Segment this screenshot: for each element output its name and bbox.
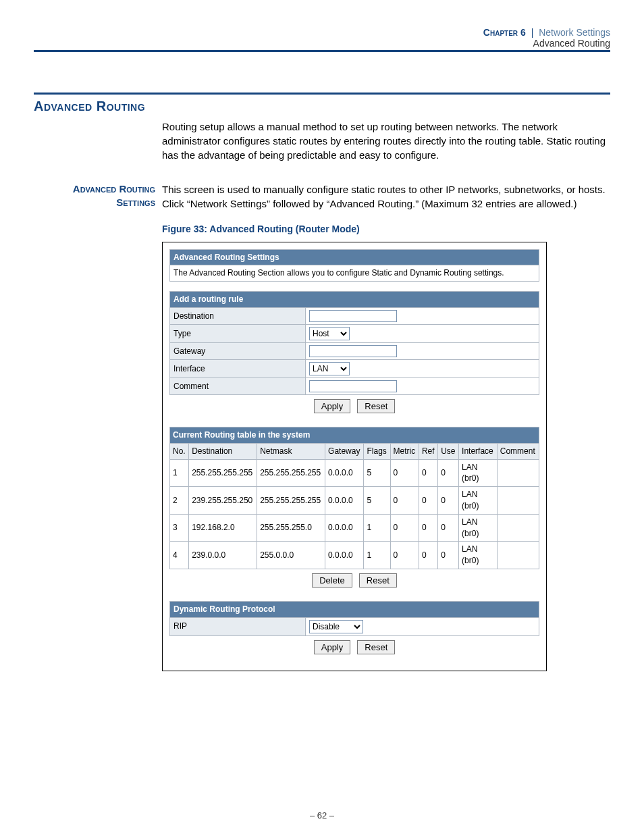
table-cell: 0.0.0.0	[325, 459, 364, 487]
table-cell: 255.0.0.0	[257, 542, 325, 569]
table-row: 1255.255.255.255255.255.255.2550.0.0.050…	[170, 459, 539, 487]
settings-paragraph: This screen is used to manually configur…	[162, 182, 610, 211]
type-label: Type	[170, 324, 306, 342]
rip-select[interactable]: Disable	[309, 620, 363, 633]
table-cell: 0	[390, 487, 419, 515]
apply-button[interactable]: Apply	[314, 399, 351, 413]
table-cell: 239.255.255.250	[189, 487, 257, 515]
table-row: 4239.0.0.0255.0.0.00.0.0.01000LAN(br0)	[170, 542, 539, 569]
table-cell: 255.255.255.255	[189, 459, 257, 487]
reset-button-2[interactable]: Reset	[359, 573, 397, 588]
delete-button[interactable]: Delete	[312, 573, 352, 588]
rip-label: RIP	[170, 617, 306, 635]
table-cell: 1	[170, 459, 189, 487]
header-separator: |	[529, 27, 537, 38]
table-cell: 255.255.255.0	[257, 514, 325, 542]
col-comment: Comment	[497, 443, 539, 459]
col-netmask: Netmask	[257, 443, 325, 459]
destination-input[interactable]	[309, 310, 397, 322]
gateway-label: Gateway	[170, 342, 306, 359]
ars-description: The Advanced Routing Section allows you …	[170, 265, 539, 282]
routing-table-header: Current Routing table in the system	[170, 427, 539, 443]
table-row: 3192.168.2.0255.255.255.00.0.0.01000LAN(…	[170, 514, 539, 542]
table-cell: 239.0.0.0	[189, 542, 257, 569]
chapter-label: Chapter 6	[483, 27, 526, 38]
routing-table: Current Routing table in the system No. …	[169, 427, 539, 569]
table-row: 2239.255.255.250255.255.255.2550.0.0.050…	[170, 487, 539, 515]
table-cell: 0	[438, 514, 459, 542]
section-title: Advanced Routing	[34, 99, 610, 114]
table-cell: LAN(br0)	[459, 514, 498, 542]
table-cell	[497, 514, 539, 542]
drp-header: Dynamic Routing Protocol	[170, 601, 539, 617]
table-cell: LAN(br0)	[459, 459, 498, 487]
table-cell: 0	[438, 459, 459, 487]
table-cell: 1	[364, 514, 390, 542]
table-cell: 0.0.0.0	[325, 487, 364, 515]
screenshot-panel: Advanced Routing Settings The Advanced R…	[162, 242, 547, 671]
table-cell: 192.168.2.0	[189, 514, 257, 542]
table-cell: 255.255.255.255	[257, 459, 325, 487]
reset-button-3[interactable]: Reset	[357, 640, 395, 654]
table-cell	[497, 487, 539, 515]
apply-button-2[interactable]: Apply	[314, 640, 351, 654]
section-label: Network Settings	[539, 27, 610, 38]
table-cell: 0	[438, 542, 459, 569]
table-cell: 0	[419, 459, 437, 487]
table-cell: 255.255.255.255	[257, 487, 325, 515]
col-metric: Metric	[390, 443, 419, 459]
table-cell: 0.0.0.0	[325, 514, 364, 542]
table-cell: 4	[170, 542, 189, 569]
table-cell: 0	[419, 542, 437, 569]
interface-select[interactable]: LAN	[309, 362, 350, 375]
col-destination: Destination	[189, 443, 257, 459]
table-cell: LAN(br0)	[459, 542, 498, 569]
table-cell: LAN(br0)	[459, 487, 498, 515]
page-header: Chapter 6 | Network Settings Advanced Ro…	[34, 0, 610, 52]
destination-label: Destination	[170, 307, 306, 324]
table-cell: 0	[419, 514, 437, 542]
col-flags: Flags	[364, 443, 390, 459]
table-cell: 2	[170, 487, 189, 515]
page-number: – 62 –	[0, 810, 644, 820]
table-cell: 0	[390, 542, 419, 569]
routing-table-columns: No. Destination Netmask Gateway Flags Me…	[170, 443, 539, 459]
table-cell: 0	[419, 487, 437, 515]
type-select[interactable]: Host	[309, 327, 350, 340]
col-ref: Ref	[419, 443, 437, 459]
add-rule-table: Add a routing rule Destination Type Host	[169, 291, 539, 395]
table-cell	[497, 542, 539, 569]
col-use: Use	[438, 443, 459, 459]
table-cell: 0	[438, 487, 459, 515]
add-rule-header: Add a routing rule	[170, 292, 539, 308]
table-cell: 5	[364, 459, 390, 487]
interface-label: Interface	[170, 359, 306, 377]
figure-caption: Figure 33: Advanced Routing (Router Mode…	[162, 223, 610, 236]
intro-paragraph: Routing setup allows a manual method to …	[162, 120, 610, 162]
table-cell	[497, 459, 539, 487]
reset-button[interactable]: Reset	[357, 399, 395, 413]
ars-header: Advanced Routing Settings	[170, 249, 539, 265]
subsection-label: Advanced Routing	[34, 38, 610, 50]
table-cell: 0.0.0.0	[325, 542, 364, 569]
table-cell: 1	[364, 542, 390, 569]
table-cell: 0	[390, 514, 419, 542]
col-interface: Interface	[459, 443, 498, 459]
side-label-line2: Settings	[34, 196, 155, 209]
col-no: No.	[170, 443, 189, 459]
side-label-line1: Advanced Routing	[34, 182, 155, 196]
drp-table: Dynamic Routing Protocol RIP Disable	[169, 601, 539, 636]
comment-input[interactable]	[309, 380, 397, 392]
table-cell: 3	[170, 514, 189, 542]
comment-label: Comment	[170, 377, 306, 394]
gateway-input[interactable]	[309, 345, 397, 357]
ars-table: Advanced Routing Settings The Advanced R…	[169, 249, 539, 282]
col-gateway: Gateway	[325, 443, 364, 459]
table-cell: 0	[390, 459, 419, 487]
table-cell: 5	[364, 487, 390, 515]
